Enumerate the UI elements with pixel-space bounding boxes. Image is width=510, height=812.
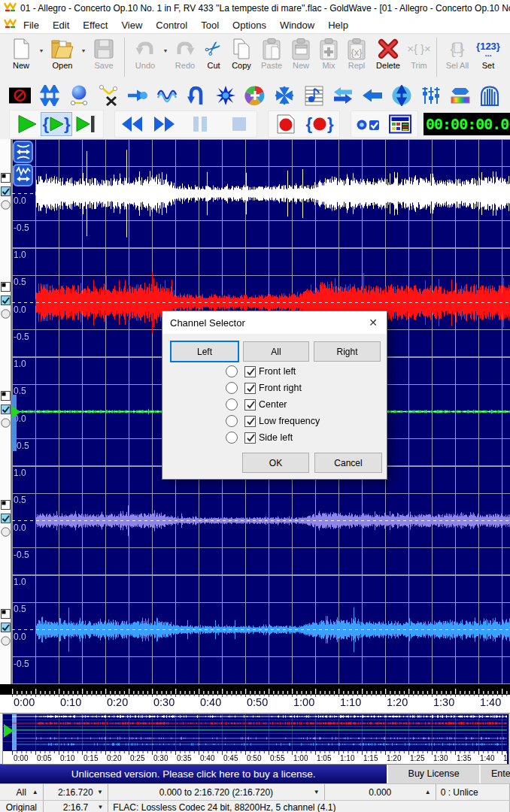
gate-arch-icon[interactable] (478, 84, 500, 106)
radio-button[interactable] (226, 432, 238, 444)
mix-button[interactable]: Mix (315, 36, 342, 70)
down-arrow-icon[interactable]: ▼ (97, 789, 103, 795)
play-selection-button[interactable]: {} (41, 112, 72, 136)
waveform-area[interactable]: 1.00.50.0-0.51.00.50.0-0.51.00.50.0-0.51… (0, 139, 510, 684)
menu-tool[interactable]: Tool (194, 18, 226, 32)
menu-view[interactable]: View (114, 18, 149, 32)
checkbox[interactable] (244, 366, 256, 377)
radio-button[interactable] (226, 365, 238, 377)
status-cell[interactable]: 0.000▲ (325, 784, 436, 800)
record-selection-button[interactable]: {} (304, 113, 335, 135)
menu-file[interactable]: File (17, 18, 46, 32)
waveform-channel-low-frequency[interactable]: 1.00.50.0-0.5 (12, 466, 510, 575)
status-cell[interactable]: All▲ (0, 784, 44, 800)
status-cell[interactable]: FLAC: Lossless Codec 24 bit, 88200Hz, 5 … (108, 801, 510, 812)
radio-button[interactable] (226, 398, 238, 411)
checkbox[interactable] (244, 416, 256, 427)
arrows-updown-icon[interactable] (38, 84, 60, 106)
record-options-button[interactable] (355, 113, 382, 135)
waveform-channel-side-left[interactable]: 1.00.50.0-0.5 (12, 575, 510, 684)
dropdown-caret[interactable]: ▼ (162, 38, 169, 63)
menu-help[interactable]: Help (321, 18, 355, 32)
expression-yx-icon[interactable] (97, 84, 119, 106)
offset-arrow-icon[interactable] (126, 84, 148, 106)
sel-all-button[interactable]: { }Sel All (441, 36, 474, 70)
open-button[interactable]: Open (45, 36, 80, 70)
swap-arrows-icon[interactable] (332, 84, 354, 106)
flanger-waves-icon[interactable] (156, 84, 178, 106)
monitor-button[interactable] (387, 113, 414, 135)
copy-button[interactable]: Copy (226, 36, 257, 70)
status-cell[interactable]: 2:16.7▼ (44, 801, 109, 812)
enter-license-button[interactable]: Enter License (479, 764, 510, 783)
channel-solo-radio[interactable] (1, 526, 11, 540)
channel-solo-radio[interactable] (1, 199, 11, 213)
overview-strip[interactable]: 0:000:050:100:150:200:250:300:350:400:45… (0, 714, 510, 764)
radio-button[interactable] (226, 382, 238, 394)
compress-arrows-icon[interactable] (273, 84, 295, 106)
fast-forward-button[interactable] (150, 113, 178, 135)
channel-enabled-checkbox[interactable] (1, 295, 11, 308)
channel-solo-radio[interactable] (1, 635, 11, 649)
down-arrow-icon[interactable]: ▼ (97, 804, 103, 810)
radio-button[interactable] (226, 415, 238, 427)
new-button[interactable]: New (287, 36, 315, 70)
checkbox[interactable] (244, 432, 256, 444)
checkbox[interactable] (244, 383, 256, 394)
redo-button[interactable]: Redo (169, 36, 201, 70)
menu-effect[interactable]: Effect (76, 18, 114, 32)
pitch-staff-icon[interactable] (302, 84, 324, 106)
stop-button[interactable] (226, 113, 253, 135)
ok-button[interactable]: OK (242, 453, 309, 473)
up-arrow-icon[interactable]: ▲ (32, 789, 38, 795)
dropdown-caret[interactable]: ▼ (38, 38, 45, 63)
channel-pan-icon[interactable] (1, 281, 11, 295)
license-message[interactable]: Unlicensed version. Please click here to… (0, 764, 387, 783)
menu-edit[interactable]: Edit (46, 18, 76, 32)
status-cell[interactable]: 0.000 to 2:16.720 (2:16.720)▼ (108, 784, 325, 800)
save-button[interactable]: Save (87, 36, 120, 70)
channel-pan-icon[interactable] (1, 499, 11, 513)
channel-enabled-checkbox[interactable] (1, 622, 11, 635)
down-arrow-icon[interactable]: ▼ (314, 789, 320, 795)
right-button[interactable]: Right (314, 341, 381, 362)
noise-pinwheel-icon[interactable] (244, 84, 266, 106)
buy-license-button[interactable]: Buy License (387, 764, 479, 783)
repl-button[interactable]: {x}Repl (342, 36, 371, 70)
record-button[interactable] (272, 113, 299, 135)
mechanize-star-icon[interactable] (214, 84, 236, 106)
set-button[interactable]: {123}...Set (474, 36, 502, 70)
delete-button[interactable]: Delete (371, 36, 405, 70)
no-edit-icon[interactable] (9, 84, 31, 106)
cancel-button[interactable]: Cancel (314, 453, 382, 473)
doppler-sphere-icon[interactable] (68, 84, 90, 106)
status-cell[interactable]: 2:16.720▼ (44, 784, 108, 800)
waveform-channel-front-left[interactable]: 1.00.50.0-0.5 (12, 139, 510, 248)
paste-button[interactable]: Paste (257, 36, 287, 70)
cut-button[interactable]: ✂Cut (201, 36, 226, 70)
spectrum-hexagon-icon[interactable] (449, 84, 471, 106)
channel-solo-radio[interactable] (1, 417, 11, 431)
channel-enabled-checkbox[interactable] (1, 513, 11, 526)
left-button[interactable]: Left (170, 341, 239, 362)
menu-window[interactable]: Window (273, 18, 321, 32)
up-arrow-icon[interactable]: ▲ (425, 789, 431, 795)
channel-pan-icon[interactable] (1, 608, 11, 622)
selection-start-marker[interactable] (12, 395, 17, 451)
close-icon[interactable]: ✕ (360, 317, 387, 329)
play-button[interactable] (14, 113, 41, 135)
channel-pan-icon[interactable] (1, 390, 11, 404)
all-button[interactable]: All (243, 341, 309, 362)
dialog-title-bar[interactable]: Channel Selector ✕ (162, 311, 387, 334)
status-cell[interactable]: 0 : Unlice (436, 784, 510, 800)
status-cell[interactable]: Original (0, 801, 44, 812)
checkbox[interactable] (244, 399, 256, 411)
channel-enabled-checkbox[interactable] (1, 186, 11, 199)
new-button[interactable]: New (5, 36, 38, 70)
dropdown-caret[interactable]: ▼ (80, 38, 87, 63)
zoom-vertical-button[interactable] (13, 141, 33, 163)
reverse-uturn-icon[interactable] (185, 84, 207, 106)
menu-options[interactable]: Options (226, 18, 273, 32)
equalizer-sliders-icon[interactable] (420, 84, 442, 106)
rewind-button[interactable] (119, 113, 146, 135)
